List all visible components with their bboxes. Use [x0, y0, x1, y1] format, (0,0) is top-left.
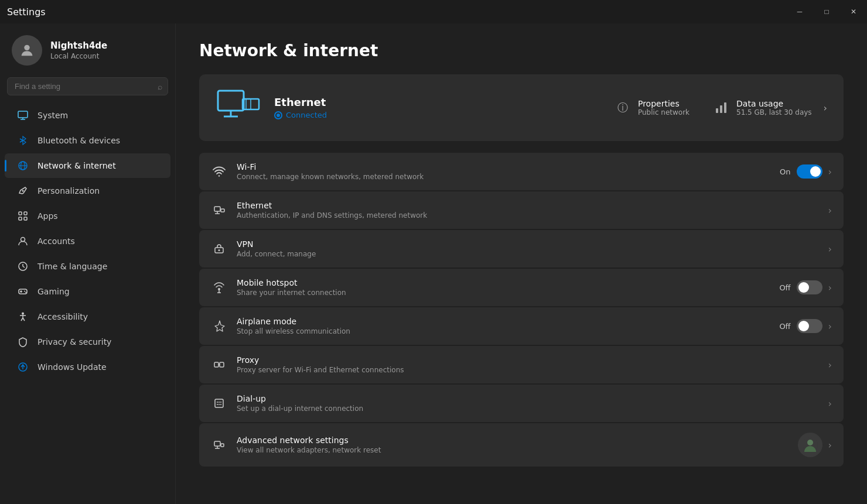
data-usage-sub: 51.5 GB, last 30 days [736, 108, 812, 116]
svg-point-14 [21, 238, 25, 242]
chevron-icon-wifi: › [828, 166, 832, 177]
properties-sub: Public network [638, 108, 689, 116]
ethernet-hero-card[interactable]: Ethernet Connected ⓘ Properties Public n… [199, 74, 844, 141]
svg-rect-52 [214, 362, 219, 367]
svg-point-23 [22, 313, 24, 315]
setting-title-proxy: Proxy [237, 355, 819, 365]
setting-right-airplane: Off › [779, 319, 832, 333]
setting-row-ethernet[interactable]: Ethernet Authentication, IP and DNS sett… [199, 191, 844, 229]
setting-row-vpn[interactable]: VPN Add, connect, manage › [199, 230, 844, 268]
nav-label-time: Time & language [37, 262, 161, 271]
svg-point-48 [219, 249, 220, 251]
close-button[interactable]: ✕ [840, 0, 867, 23]
setting-row-airplane[interactable]: Airplane mode Stop all wireless communic… [199, 307, 844, 345]
sidebar-item-time[interactable]: Time & language [5, 254, 170, 279]
svg-rect-10 [19, 212, 22, 215]
nav-label-apps: Apps [37, 211, 161, 221]
svg-rect-40 [724, 102, 726, 113]
maximize-button[interactable]: □ [813, 0, 840, 23]
nav-icon-privacy [16, 335, 29, 348]
data-usage-label: Data usage [736, 99, 812, 108]
setting-icon-dialup [211, 395, 227, 412]
svg-rect-39 [720, 105, 722, 113]
setting-row-proxy[interactable]: Proxy Proxy server for Wi-Fi and Etherne… [199, 346, 844, 383]
svg-rect-38 [716, 108, 718, 113]
sidebar-item-gaming[interactable]: Gaming [5, 279, 170, 304]
setting-row-advanced[interactable]: Advanced network settings View all netwo… [199, 423, 844, 467]
setting-sub-advanced: View all network adapters, network reset [237, 446, 789, 454]
sidebar-item-apps[interactable]: Apps [5, 204, 170, 228]
sidebar-item-privacy[interactable]: Privacy & security [5, 330, 170, 354]
chevron-icon-advanced: › [828, 440, 832, 451]
nav-label-bluetooth: Bluetooth & devices [37, 136, 161, 145]
chevron-icon-vpn: › [828, 244, 832, 255]
setting-right-hotspot: Off › [779, 280, 832, 294]
nav-icon-personalization [16, 184, 29, 197]
setting-icon-wifi [211, 163, 227, 180]
toggle-hotspot[interactable] [797, 280, 822, 294]
sidebar-item-update[interactable]: Windows Update [5, 355, 170, 379]
nav-icon-update [16, 361, 29, 373]
title-bar: Settings ─ □ ✕ [0, 0, 867, 23]
setting-row-dialup[interactable]: Dial-up Set up a dial-up internet connec… [199, 385, 844, 422]
nav-label-system: System [37, 111, 161, 120]
setting-info-wifi: Wi-Fi Connect, manage known networks, me… [237, 162, 770, 181]
user-account-type: Local Account [50, 52, 107, 60]
nav-icon-network [16, 159, 29, 172]
setting-right-advanced: › [798, 433, 832, 457]
data-usage-action[interactable]: Data usage 51.5 GB, last 30 days › [713, 99, 827, 116]
nav-label-gaming: Gaming [37, 287, 161, 296]
svg-rect-12 [19, 217, 22, 220]
setting-title-advanced: Advanced network settings [237, 436, 789, 445]
sidebar-item-bluetooth[interactable]: Bluetooth & devices [5, 128, 170, 153]
sidebar-item-personalization[interactable]: Personalization [5, 179, 170, 203]
setting-icon-ethernet [211, 202, 227, 218]
status-dot [274, 111, 282, 119]
chevron-icon-dialup: › [828, 398, 832, 409]
status-text: Connected [286, 111, 327, 119]
toggle-thumb-wifi [810, 166, 821, 177]
setting-right-proxy: › [828, 359, 832, 371]
sidebar-item-accessibility[interactable]: Accessibility [5, 304, 170, 329]
setting-row-hotspot[interactable]: Mobile hotspot Share your internet conne… [199, 269, 844, 306]
nav-icon-apps [16, 210, 29, 222]
toggle-thumb-hotspot [798, 282, 809, 293]
chevron-icon-airplane: › [828, 321, 832, 332]
page-title: Network & internet [199, 41, 844, 60]
properties-icon: ⓘ [615, 100, 631, 116]
svg-rect-11 [24, 212, 27, 215]
properties-action[interactable]: ⓘ Properties Public network [615, 99, 689, 116]
nav-icon-gaming [16, 285, 29, 298]
setting-right-dialup: › [828, 398, 832, 409]
user-profile[interactable]: Nightsh4de Local Account [0, 23, 175, 75]
sidebar-item-system[interactable]: System [5, 103, 170, 128]
sidebar-item-network[interactable]: Network & internet [5, 153, 170, 178]
data-usage-icon [713, 100, 729, 116]
toggle-label-hotspot: Off [779, 283, 790, 292]
search-input[interactable] [7, 77, 168, 95]
chevron-icon-proxy: › [828, 359, 832, 371]
chevron-icon-ethernet: › [828, 205, 832, 216]
setting-row-wifi[interactable]: Wi-Fi Connect, manage known networks, me… [199, 153, 844, 190]
toggle-wifi[interactable] [797, 164, 822, 179]
setting-sub-vpn: Add, connect, manage [237, 250, 819, 258]
svg-point-58 [220, 402, 221, 403]
search-icon: ⌕ [158, 82, 162, 91]
nav-list: System Bluetooth & devices Network & int… [0, 102, 175, 380]
setting-icon-vpn [211, 241, 227, 257]
setting-sub-proxy: Proxy server for Wi-Fi and Ethernet conn… [237, 366, 819, 374]
minimize-button[interactable]: ─ [786, 0, 813, 23]
svg-point-60 [219, 404, 220, 405]
svg-rect-1 [18, 111, 28, 118]
svg-point-9 [22, 190, 24, 192]
toggle-airplane[interactable] [797, 319, 822, 333]
setting-icon-advanced [211, 437, 227, 453]
main-content: Network & internet Et [176, 23, 867, 504]
settings-list: Wi-Fi Connect, manage known networks, me… [199, 153, 844, 467]
sidebar-item-accounts[interactable]: Accounts [5, 229, 170, 253]
properties-text: Properties Public network [638, 99, 689, 116]
avatar [12, 35, 42, 66]
setting-right-wifi: On › [780, 164, 832, 179]
svg-point-61 [220, 404, 221, 405]
nav-label-update: Windows Update [37, 362, 161, 372]
